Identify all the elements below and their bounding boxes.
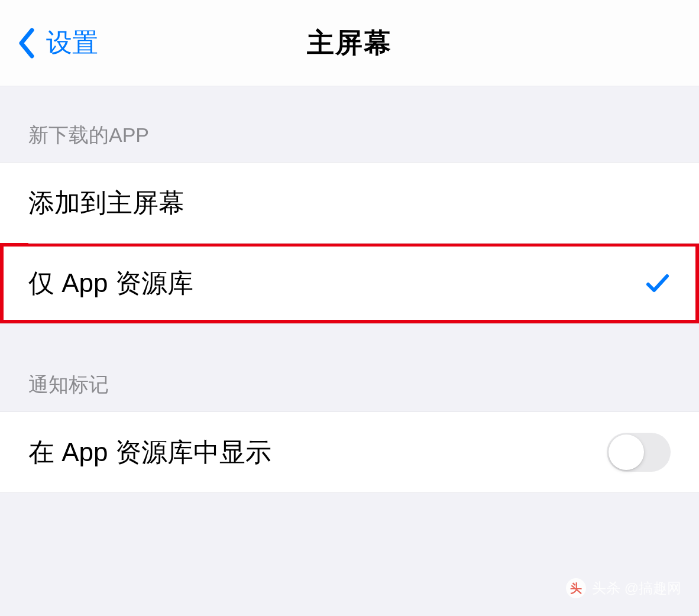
row-show-in-app-library: 在 App 资源库中显示 bbox=[0, 412, 699, 492]
option-label: 添加到主屏幕 bbox=[28, 186, 185, 221]
page-title: 主屏幕 bbox=[307, 25, 392, 61]
option-add-to-home-screen[interactable]: 添加到主屏幕 bbox=[0, 163, 699, 243]
chevron-left-icon bbox=[17, 28, 35, 59]
watermark-icon: 头 bbox=[566, 578, 586, 598]
watermark-text: 头杀 @搞趣网 bbox=[592, 579, 681, 598]
back-label: 设置 bbox=[46, 25, 98, 60]
navigation-header: 设置 主屏幕 bbox=[0, 0, 699, 86]
watermark: 头 头杀 @搞趣网 bbox=[566, 578, 681, 598]
row-label: 在 App 资源库中显示 bbox=[28, 435, 271, 470]
section-header-notification-badges: 通知标记 bbox=[0, 324, 699, 411]
new-downloads-list: 添加到主屏幕 仅 App 资源库 bbox=[0, 162, 699, 324]
checkmark-icon bbox=[645, 270, 671, 296]
option-label: 仅 App 资源库 bbox=[28, 266, 193, 301]
option-app-library-only[interactable]: 仅 App 资源库 bbox=[0, 243, 699, 323]
section-header-new-downloads: 新下载的APP bbox=[0, 86, 699, 162]
notification-badges-list: 在 App 资源库中显示 bbox=[0, 411, 699, 493]
toggle-knob bbox=[609, 435, 644, 470]
back-button[interactable]: 设置 bbox=[0, 25, 98, 60]
show-in-app-library-toggle[interactable] bbox=[607, 433, 671, 472]
